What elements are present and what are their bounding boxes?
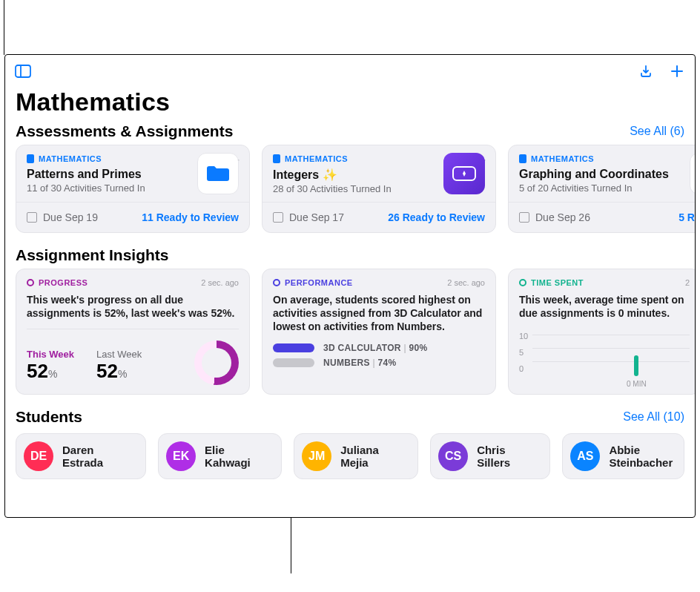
toolbar <box>5 55 695 85</box>
page-title: Mathematics <box>5 85 695 122</box>
insight-progress-card[interactable]: PROGRESS 2 sec. ago This week's progress… <box>16 269 250 395</box>
insight-performance-card[interactable]: PERFORMANCE 2 sec. ago On average, stude… <box>262 269 496 395</box>
gauge-icon <box>273 279 280 286</box>
ready-to-review-link[interactable]: 5 Ready to <box>678 211 695 223</box>
avatar: AS <box>570 441 600 471</box>
student-name: Daren Estrada <box>62 444 135 470</box>
high-label: 3D CALCULATOR90% <box>323 343 427 353</box>
ready-to-review-link[interactable]: 11 Ready to Review <box>142 211 239 223</box>
calendar-icon <box>519 212 529 223</box>
this-week-value: 52% <box>27 360 74 383</box>
student-chip[interactable]: JM Juliana Mejia <box>294 433 418 479</box>
student-chip[interactable]: AS Abbie Steinbacher <box>562 433 684 479</box>
last-week-label: Last Week <box>96 349 142 360</box>
svg-rect-0 <box>16 65 30 77</box>
clock-icon <box>519 279 526 286</box>
student-name: Chris Sillers <box>477 444 539 470</box>
insight-text: On average, students scored highest on a… <box>273 293 485 334</box>
student-name: Abbie Steinbacher <box>609 444 673 470</box>
low-label: NUMBERS74% <box>323 358 396 368</box>
high-bar <box>273 343 314 352</box>
insight-time: 2 sec. ago <box>447 278 485 287</box>
time-tag: TIME SPENT <box>519 278 690 287</box>
student-name: Juliana Mejia <box>340 444 407 470</box>
svg-marker-3 <box>463 171 466 177</box>
this-week-label: This Week <box>27 349 74 360</box>
add-icon[interactable] <box>668 62 686 80</box>
files-app-icon <box>197 153 239 194</box>
avatar: JM <box>302 441 331 471</box>
calendar-icon <box>273 212 283 223</box>
insight-time: 2 <box>685 278 690 287</box>
due-date: Due Sep 26 <box>519 211 590 223</box>
due-date: Due Sep 19 <box>27 211 98 223</box>
insight-text: This week's progress on all due assignme… <box>27 293 239 320</box>
tickets-app-icon <box>443 153 485 194</box>
assignment-title: Graphing and Coordinates <box>519 168 695 181</box>
avatar: EK <box>166 441 196 471</box>
download-icon[interactable] <box>637 62 655 80</box>
assignment-sub: 5 of 20 Activities Turned In <box>519 182 695 194</box>
assignments-carousel: MATHEMATICS ⋯ Patterns and Primes 11 of … <box>5 145 695 233</box>
assignment-card[interactable]: MATHEMATICS ⋯ Patterns and Primes 11 of … <box>16 145 250 233</box>
student-chip[interactable]: CS Chris Sillers <box>430 433 550 479</box>
students-see-all[interactable]: See All (10) <box>623 410 684 424</box>
student-name: Elie Kahwagi <box>205 444 271 470</box>
avatar: CS <box>438 441 468 471</box>
low-bar <box>273 358 314 367</box>
last-week-value: 52% <box>96 360 142 383</box>
insight-time-card[interactable]: TIME SPENT 2 This week, average time spe… <box>508 269 695 395</box>
insight-text: This week, average time spent on due ass… <box>519 293 690 320</box>
time-sparkline: 10 5 0 0 MIN <box>519 332 690 385</box>
calendar-icon <box>27 212 37 223</box>
student-chip[interactable]: EK Elie Kahwagi <box>158 433 282 479</box>
insights-carousel: PROGRESS 2 sec. ago This week's progress… <box>5 269 695 395</box>
students-title: Students <box>16 408 82 426</box>
sidebar-toggle-icon[interactable] <box>14 62 32 80</box>
assignment-card[interactable]: MATHEMATICS ♡ ⋯ Integers ✨ 28 of 30 Acti… <box>262 145 496 233</box>
avatar: DE <box>24 441 53 471</box>
students-carousel: DE Daren Estrada EK Elie Kahwagi JM Juli… <box>5 430 695 491</box>
assessments-title: Assessments & Assignments <box>16 122 233 140</box>
assessments-see-all[interactable]: See All (6) <box>630 125 684 138</box>
insights-title: Assignment Insights <box>16 246 169 264</box>
insight-time: 2 sec. ago <box>201 278 239 287</box>
ready-to-review-link[interactable]: 26 Ready to Review <box>388 211 485 223</box>
card-subject: MATHEMATICS <box>519 154 695 163</box>
assignment-card[interactable]: MATHEMATICS Graphing and Coordinates 5 o… <box>508 145 695 233</box>
progress-donut-chart <box>194 341 239 385</box>
student-chip[interactable]: DE Daren Estrada <box>16 433 146 479</box>
due-date: Due Sep 17 <box>273 211 344 223</box>
swift-app-icon <box>690 153 695 194</box>
target-icon <box>27 279 34 286</box>
